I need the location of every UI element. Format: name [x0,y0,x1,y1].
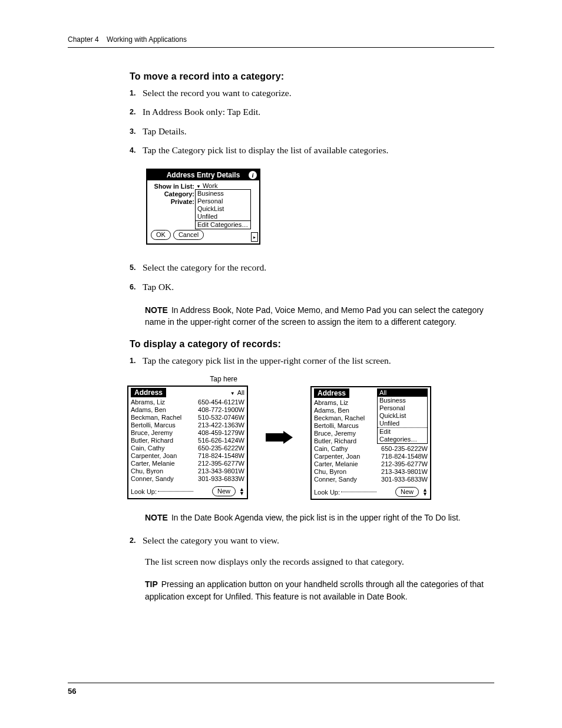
table-row[interactable]: Chu, Byron213-343-9801W [131,467,244,475]
menu-item[interactable]: Edit Categories… [378,427,427,443]
lookup-input[interactable] [341,492,376,492]
menu-item[interactable]: Personal [378,404,427,412]
tip-text: Pressing an application button on your h… [145,579,484,601]
new-button[interactable]: New [395,487,419,497]
step-text: Tap OK. [143,279,494,295]
step-text: Select the category for the record. [143,260,494,275]
category-dropdown[interactable]: BusinessPersonalQuickListUnfiledEdit Cat… [195,189,251,229]
scroll-arrows-icon[interactable]: ▲▼ [422,488,428,496]
table-row[interactable]: Carter, Melanie212-395-6277W [314,460,428,468]
address-tab: Address [314,388,349,398]
table-row[interactable]: Bertolli, Marcus213-422-1363W [131,421,244,429]
running-head: Chapter 4 Working with Applications [68,35,494,44]
address-list-right: Address AllBusinessPersonalQuickListUnfi… [310,386,431,500]
ok-button[interactable]: OK [151,230,171,240]
category-label: Category: [150,190,196,197]
table-row[interactable]: Carpenter, Joan718-824-1548W [314,453,428,460]
scroll-handle-icon[interactable]: ▸ [251,232,258,242]
lookup-label: Look Up: [131,488,157,495]
note-1: NOTEIn Address Book, Note Pad, Voice Mem… [145,304,494,328]
procedure-heading-2: To display a category of records: [130,339,494,350]
chapter-label: Chapter 4 [68,35,99,44]
info-icon[interactable]: i [249,171,257,179]
table-row[interactable]: Chu, Byron213-343-9801W [314,468,428,476]
lookup-input[interactable] [158,491,193,492]
category-picker-all[interactable]: All [230,389,244,396]
table-row[interactable]: Bruce, Jeremy408-459-1279W [131,429,244,437]
page-footer: 56 [68,683,494,696]
private-label: Private: [150,198,196,205]
steps-list-2b: 2.Select the category you want to view. [130,533,494,548]
procedure-heading-1: To move a record into a category: [130,71,494,82]
note-lead: NOTE [145,305,168,315]
details-dialog: Address Entry Details i Show in List: Wo… [146,169,260,245]
table-row[interactable]: Carpenter, Joan718-824-1548W [131,452,244,460]
note-lead: NOTE [145,513,168,522]
table-row[interactable]: Conner, Sandy301-933-6833W [314,476,428,483]
steps-list-2a: 1.Tap the category pick list in the uppe… [130,353,494,368]
note-2: NOTEIn the Date Book Agenda view, the pi… [145,512,494,523]
footer-rule [68,683,494,683]
table-row[interactable]: Adams, Ben408-772-1900W [131,406,244,414]
result-text: The list screen now displays only the re… [145,555,494,569]
menu-item[interactable]: All [378,389,427,397]
menu-item[interactable]: Unfiled [378,420,427,427]
step-2-1: Tap the category pick list in the upper-… [143,353,494,368]
address-table-left: Abrams, Liz650-454-6121WAdams, Ben408-77… [131,398,244,483]
table-row[interactable]: Conner, Sandy301-933-6833W [131,475,244,483]
chapter-title: Working with Applications [107,35,187,44]
tip-lead: TIP [145,579,158,589]
menu-item[interactable]: Edit Categories… [196,220,250,229]
menu-item[interactable]: QuickList [378,412,427,420]
dialog-titlebar: Address Entry Details i [147,170,259,180]
menu-item[interactable]: Business [196,190,250,197]
category-menu[interactable]: AllBusinessPersonalQuickListUnfiledEdit … [377,388,428,444]
note-text: In Address Book, Note Pad, Voice Memo, a… [145,305,484,327]
table-row[interactable]: Carter, Melanie212-395-6277W [131,460,244,467]
arrow-right-icon [266,431,293,444]
table-row[interactable]: Abrams, Liz650-454-6121W [131,398,244,406]
tap-here-caption: Tap here [210,375,237,383]
svg-marker-0 [266,431,293,444]
dialog-title: Address Entry Details [167,171,240,179]
note-text: In the Date Book Agenda view, the pick l… [171,513,461,522]
show-in-list-label: Show in List: [150,183,196,190]
menu-item[interactable]: Unfiled [196,213,250,220]
step-text: Tap the Category pick list to display th… [143,143,494,158]
figure-address-screens: Tap here Address All Abrams, Liz650-454-… [127,374,494,500]
steps-list-1: 1.Select the record you want to categori… [130,85,494,158]
table-row[interactable]: Cain, Cathy650-235-6222W [314,445,428,453]
step-text: Select the record you want to categorize… [143,85,494,101]
tip-1: TIPPressing an application button on you… [145,578,494,602]
table-row[interactable]: Cain, Cathy650-235-6222W [131,444,244,452]
menu-item[interactable]: Business [378,397,427,404]
table-row[interactable]: Butler, Richard516-626-1424W [131,437,244,444]
table-row[interactable]: Beckman, Rachel510-532-0746W [131,414,244,421]
steps-list-1b: 5.Select the category for the record.6.T… [130,260,494,295]
step-2-2: Select the category you want to view. [143,533,494,548]
scroll-arrows-icon[interactable]: ▲▼ [239,487,244,496]
figure-details-dialog: Address Entry Details i Show in List: Wo… [146,169,494,245]
menu-item[interactable]: QuickList [196,205,250,213]
address-tab: Address [131,388,166,397]
menu-item[interactable]: Personal [196,197,250,205]
header-rule [68,47,494,48]
cancel-button[interactable]: Cancel [173,230,204,240]
lookup-label: Look Up: [314,489,340,496]
page-number: 56 [68,687,494,696]
address-list-left: Address All Abrams, Liz650-454-6121WAdam… [127,386,248,499]
step-text: Tap Details. [143,124,494,139]
new-button[interactable]: New [212,486,236,496]
step-text: In Address Book only: Tap Edit. [143,104,494,120]
